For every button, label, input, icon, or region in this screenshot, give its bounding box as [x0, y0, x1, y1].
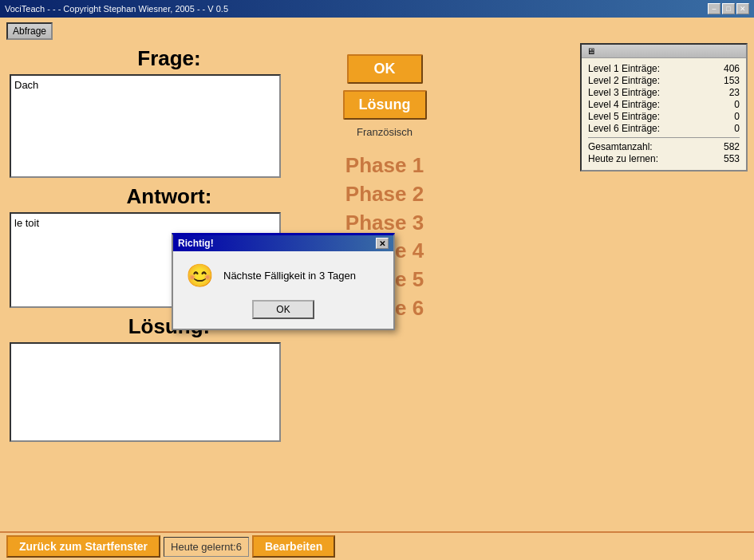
minimize-button[interactable]: – — [708, 3, 720, 14]
dialog-ok-button[interactable]: OK — [252, 300, 314, 319]
smiley-icon: 😊 — [186, 262, 214, 289]
title-bar: VociTeach - - - Copyright Stephan Wiesne… — [0, 0, 754, 18]
maximize-button[interactable]: □ — [722, 3, 735, 14]
dialog-title: Richtig! — [178, 238, 214, 249]
dialog-message: Nächste Fälligkeit in 3 Tagen — [223, 270, 356, 282]
app-title: VociTeach - - - Copyright Stephan Wiesne… — [5, 4, 228, 14]
richtig-dialog: Richtig! ✕ 😊 Nächste Fälligkeit in 3 Tag… — [172, 233, 395, 330]
dialog-body: 😊 Nächste Fälligkeit in 3 Tagen — [173, 251, 393, 297]
close-button[interactable]: ✕ — [736, 3, 749, 14]
dialog-title-bar: Richtig! ✕ — [173, 235, 393, 251]
dialog-footer: OK — [173, 297, 393, 329]
dialog-close-button[interactable]: ✕ — [376, 238, 389, 249]
window-controls: – □ ✕ — [708, 3, 749, 14]
dialog-overlay: Richtig! ✕ 😊 Nächste Fälligkeit in 3 Tag… — [0, 18, 754, 560]
main-window: Abfrage Frage: Dach Antwort: le toit Lös… — [0, 18, 754, 560]
